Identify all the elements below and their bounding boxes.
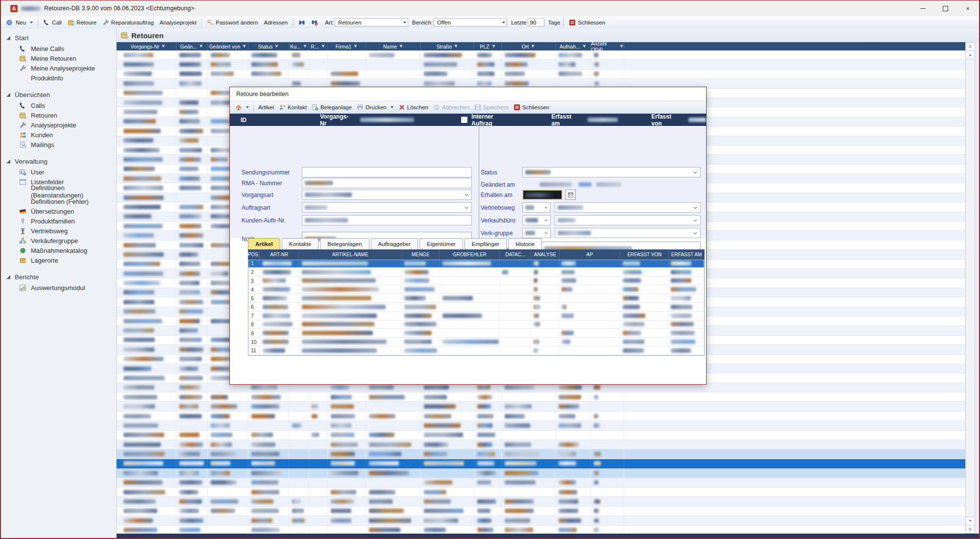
positions-column-artikel-name[interactable]: ARTIKEL-NAME <box>299 249 402 259</box>
position-row[interactable]: 11 <box>248 346 704 355</box>
position-row[interactable]: 4 <box>248 285 704 294</box>
position-row[interactable]: 10 <box>248 338 704 346</box>
sidebar-item-produktinfo[interactable]: Produktinfo <box>1 73 116 83</box>
loeschen-button[interactable]: Löschen <box>396 103 431 111</box>
tab-eigentümer[interactable]: Eigentümer <box>419 238 463 249</box>
rma-nummer-input[interactable] <box>302 178 472 188</box>
column-header-ge-ndert-von[interactable]: Geändert von <box>208 42 248 50</box>
position-row[interactable]: 3 <box>248 277 704 286</box>
position-row[interactable]: 7 <box>248 312 704 320</box>
close-button[interactable]: × <box>956 0 979 16</box>
clear-search-button[interactable] <box>308 18 321 27</box>
vertriebsweg-code-combobox[interactable] <box>522 202 551 213</box>
maximize-button[interactable] <box>934 0 956 16</box>
table-row[interactable] <box>117 402 965 411</box>
vertical-scrollbar[interactable] <box>965 42 975 534</box>
table-row[interactable] <box>117 440 965 449</box>
column-header-aufnah-[interactable]: Aufnah... <box>556 42 591 50</box>
table-row[interactable] <box>117 412 965 421</box>
sidebar-item-meine-calls[interactable]: Meine Calls <box>1 44 116 53</box>
tab-artikel[interactable]: Artikel <box>248 238 280 249</box>
drucken-button[interactable]: Drucken <box>354 103 396 111</box>
column-header-vorgangs-nr[interactable]: Vorgangs-Nr <box>121 42 176 50</box>
filter-icon[interactable] <box>303 44 307 49</box>
position-row[interactable]: 9 <box>248 329 704 338</box>
art-combobox[interactable]: Retouren <box>335 18 408 26</box>
column-header-ort[interactable]: Ort <box>502 42 556 50</box>
sidebar-group-berichte[interactable]: Berichte <box>1 271 116 283</box>
sidebar-item-auswertungsmodul[interactable]: Auswertungsmodul <box>1 283 116 293</box>
sidebar-item-übersetzungen[interactable]: Übersetzungen <box>1 206 116 216</box>
sidebar-item-retouren[interactable]: Retouren <box>1 110 116 120</box>
tab-auftraggeber[interactable]: Auftraggeber <box>371 238 418 249</box>
interner-auftrag-checkbox[interactable] <box>461 117 467 123</box>
table-row[interactable] <box>117 497 965 506</box>
scroll-to-top-button[interactable] <box>966 43 975 51</box>
sidebar-item-vertriebsweg[interactable]: Vertriebsweg <box>1 226 116 236</box>
verk-gruppe-combobox[interactable] <box>555 228 701 238</box>
column-header-firma1[interactable]: Firma1 <box>328 42 366 50</box>
positions-column-erfasst-von[interactable]: ERFASST VON <box>620 249 669 259</box>
table-row[interactable] <box>117 449 965 459</box>
beleganlage-button[interactable]: Beleganlage <box>309 103 354 111</box>
chevron-down-icon[interactable] <box>691 216 699 224</box>
position-row[interactable]: 5 <box>248 294 704 303</box>
sidebar-item-user[interactable]: User <box>1 167 116 177</box>
neu-button[interactable]: Neu <box>13 19 36 26</box>
sidebar-item-meine-retouren[interactable]: Meine Retouren <box>1 53 116 63</box>
column-header-status[interactable]: Status <box>248 42 289 50</box>
sidebar-group-verwaltung[interactable]: Verwaltung <box>1 156 116 167</box>
auftragsart-combobox[interactable] <box>302 202 472 213</box>
kontakt-button[interactable]: Kontakt <box>276 103 309 111</box>
sidebar-item-calls[interactable]: Calls <box>1 100 116 110</box>
sidebar-item-mailings[interactable]: Mailings <box>1 140 116 149</box>
sidebar-group-start[interactable]: Start <box>1 32 116 44</box>
scrollbar-track[interactable] <box>966 59 975 516</box>
table-row[interactable] <box>117 70 965 79</box>
chevron-down-icon[interactable] <box>691 229 699 237</box>
column-header-anzahl-304-[interactable]: Anzahl (304) <box>591 42 624 50</box>
column-header-ku-[interactable]: Ku... <box>289 42 309 50</box>
chevron-down-icon[interactable] <box>543 216 549 224</box>
kunden-auftr-nr-input[interactable] <box>302 215 472 225</box>
position-row[interactable]: 6 <box>248 303 704 312</box>
table-row-selected[interactable] <box>117 459 965 468</box>
filter-icon[interactable] <box>274 44 279 49</box>
vorgangsart-combobox[interactable] <box>302 190 472 200</box>
filter-icon[interactable] <box>242 44 246 49</box>
home-menu-button[interactable] <box>233 103 251 111</box>
sidebar-item-lagerorte[interactable]: Lagerorte <box>1 255 116 265</box>
analyseprojekt-button[interactable]: Analyseprojekt <box>157 19 199 26</box>
sidebar-item-meine-analyseprojekte[interactable]: Meine Analyseprojekte <box>1 63 116 73</box>
filter-icon[interactable] <box>531 44 535 49</box>
retoure-button[interactable]: Retoure <box>65 18 99 27</box>
positions-column-menge[interactable]: MENGE <box>402 249 440 259</box>
filter-icon[interactable] <box>161 44 166 49</box>
sidebar-item-produktfamilien[interactable]: Produktfamilien <box>1 216 116 226</box>
erhalten-am-input[interactable] <box>522 190 563 200</box>
table-row[interactable] <box>117 50 965 60</box>
scroll-down-button[interactable] <box>966 516 975 525</box>
filter-icon[interactable] <box>582 44 587 49</box>
reparaturauftrag-button[interactable]: Reparaturauftrag <box>99 18 157 27</box>
positions-column-ap[interactable]: AP <box>560 249 621 259</box>
sidebar-item-kunden[interactable]: Kunden <box>1 130 116 140</box>
sidebar-item-analyseprojekte[interactable]: Analyseprojekte <box>1 120 116 130</box>
table-row[interactable] <box>117 478 965 488</box>
adressen-button[interactable]: Adressen <box>261 19 291 26</box>
column-header-ge-n-[interactable]: Geän... <box>176 42 208 50</box>
verkaufsbuero-code-combobox[interactable] <box>522 215 551 225</box>
calendar-button[interactable] <box>565 190 576 200</box>
table-row[interactable] <box>117 526 965 534</box>
minimize-button[interactable] <box>911 0 934 16</box>
table-row[interactable] <box>117 392 965 402</box>
chevron-down-icon[interactable] <box>691 168 699 176</box>
position-row[interactable]: 2 <box>248 268 704 277</box>
filter-icon[interactable] <box>353 44 358 49</box>
passwort-aendern-button[interactable]: Passwort ändern <box>204 18 261 27</box>
filter-icon[interactable] <box>321 44 325 49</box>
call-button[interactable]: Call <box>40 18 65 27</box>
column-header-r-[interactable]: R... <box>309 42 328 50</box>
table-row[interactable] <box>117 516 965 525</box>
positions-column-art-nr[interactable]: ART-NR <box>260 249 299 259</box>
